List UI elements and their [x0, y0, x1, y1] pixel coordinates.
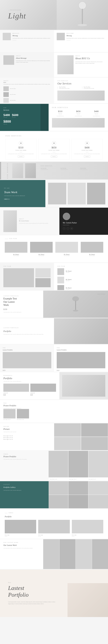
- team-member-4-name: Mr. [Name]: [81, 254, 104, 255]
- three-portfolio-desc: Lorem ipsum dolor sit amet, consectetur …: [3, 458, 45, 460]
- square-img-1: [54, 423, 81, 437]
- team-work-text: Lorem ipsum dolor sit amet, consectetur …: [4, 195, 41, 196]
- slide-two-picture-portfolio: Two Picture Portfolio Lorem ipsum dolor …: [0, 400, 108, 423]
- portfolio-desc: Lorem ipsum dolor sit amet, consectetur …: [3, 312, 40, 313]
- about-small-text-1: Your Text Here: [10, 88, 16, 90]
- three-portfolio-heading: Picture Portfolio: [3, 456, 45, 458]
- team-member-2: Mr. [Name] Your Text Here: [30, 242, 53, 256]
- about-us-heading: About BOU Us: [75, 57, 105, 60]
- square-item-3-label: Decor Light / 30 x 50: [3, 439, 51, 440]
- wonderful-item-1-price: $438: [3, 394, 29, 396]
- three-items-line: [5, 513, 7, 513]
- svc-line-1: [59, 115, 61, 115]
- team-dot-3: [7, 199, 8, 200]
- message-image: [3, 33, 11, 40]
- price-800: $800: [3, 119, 45, 124]
- about-us-label: About: [75, 55, 105, 56]
- service-2-name: Your Text Here: [84, 86, 105, 88]
- slide-profile: About Mr. Genick Parker Lorem ipsum dolo…: [0, 208, 108, 235]
- banner-svc-3-desc: Lorem ipsum dolor sit: [80, 169, 99, 170]
- cover-label: — Presentation: [8, 10, 26, 11]
- gallery-label: Lastest: [3, 484, 45, 485]
- portfolio-col-2-heading: Lastest Portfolio: [57, 349, 105, 351]
- social-fb-icon[interactable]: f: [63, 227, 65, 230]
- about-text: Lorem ipsum dolor sit amet, consectetur …: [3, 84, 51, 85]
- team-member-2-photo: [30, 242, 53, 253]
- latest-work-img-2: [59, 539, 76, 569]
- lastest-img-right: [54, 318, 108, 344]
- price-800-label: Your Text: [3, 124, 45, 125]
- svc-name-3: Your Text: [88, 113, 105, 114]
- svc-desc-2: Lorem ipsum dolor sit: [70, 116, 87, 116]
- square-label: Square: [3, 426, 51, 427]
- price-400: $400: [3, 113, 10, 117]
- latest-work-img-4: [92, 539, 108, 569]
- gallery-img-3: [88, 481, 108, 494]
- message-divider: [12, 40, 16, 40]
- square-sub: Lorem ipsum dolor sit amet consectetur: [3, 431, 51, 432]
- slide-square-picture: Square Picture Lorem ipsum dolor sit ame…: [0, 423, 108, 450]
- portfolio-col-1-price: $259: [3, 370, 51, 371]
- three-item-1-img: [5, 520, 36, 534]
- slide-team-work: We Are Team Work Lorem ipsum dolor sit a…: [0, 180, 108, 207]
- slide-gallery: Lastest Portfolio Gallery Lorem ipsum do…: [0, 481, 108, 508]
- slide-final-portfolio: Our LastestPortfolio Lorem ipsum dolor s…: [0, 570, 108, 617]
- message-text: Lorem ipsum dolor sit amet, consectetur …: [12, 38, 50, 39]
- portfolio-col-1-heading: Lastest Portfolio: [3, 349, 51, 351]
- gallery-img-6: [88, 495, 108, 508]
- two-pic-desc: Lorem ipsum dolor sit amet, consectetur …: [3, 408, 51, 409]
- svc-price-3: $408: [88, 110, 105, 113]
- team-dot-4: [8, 199, 9, 200]
- portfolio-lamp-svg: [70, 296, 81, 312]
- service-1-name: Your Text Here: [59, 86, 80, 88]
- latest-work-text: Lorem ipsum dolor sit amet, consectetur …: [3, 548, 40, 549]
- square-item-2-label: Decor Light / 30 x 50: [3, 437, 51, 438]
- price-600: $600: [12, 113, 18, 117]
- service-card-2-btn[interactable]: Your Text: [51, 156, 57, 158]
- team2-r-role-1: Your Text: [66, 272, 72, 273]
- team2-r-photo-1: [57, 268, 64, 275]
- banner-svc-2-desc: Lorem ipsum dolor sit: [60, 169, 79, 170]
- three-item-2-name: Decor Light: [38, 534, 70, 536]
- team-member-row-2: Mr. [Name] Your Text: [57, 277, 105, 284]
- profile-title: Creative Director: [63, 224, 105, 226]
- about-msg-label: About: [16, 55, 51, 56]
- service-card-1: $310 Your Text Here Lorem ipsum dolor si…: [5, 139, 36, 160]
- our-team-2-right-label: Our Team: [57, 266, 105, 267]
- pricing-dark-accent: [41, 104, 49, 131]
- portfolio-col-2-price: $320: [57, 370, 105, 371]
- slide-banner: SIDE BARBLES OUR SERVICES Your Text Here…: [0, 162, 108, 180]
- message-heading: Messag: [12, 34, 50, 37]
- slide-wonderful-portfolio: Wonderful Portfolio Lorem ipsum dolor si…: [0, 372, 108, 399]
- svg-point-3: [72, 296, 79, 301]
- svg-rect-4: [75, 301, 76, 310]
- our-services-label: Our Services: [57, 80, 105, 82]
- final-bg-lamp: [67, 583, 108, 617]
- social-tw-icon[interactable]: t: [66, 227, 69, 230]
- social-in-icon[interactable]: in: [70, 227, 73, 230]
- three-item-3-label: 30 x 50: [72, 536, 103, 537]
- three-item-1-label: 30 x 50: [5, 536, 36, 537]
- welcome-text: Lorem ipsum dolor sit amet, consectetur …: [66, 38, 104, 39]
- service-card-1-btn[interactable]: Your Text: [18, 156, 24, 158]
- price-400-label: Your Text: [3, 117, 10, 118]
- service-card-3-btn[interactable]: Your Text: [84, 156, 90, 158]
- wonderful-item-2-price: $438: [30, 394, 56, 396]
- team-member-4: Mr. [Name] Your Text Here: [81, 242, 104, 256]
- team-work-heading: Team Work: [4, 190, 41, 194]
- svc-price-1: $310: [52, 110, 68, 113]
- team-member-row-1: Mr. [Name] Your Text: [57, 268, 105, 275]
- about-small-text-3: Your Text Here: [10, 100, 16, 101]
- gallery-img-5: [68, 495, 88, 508]
- lastest-lamp-bg: [54, 318, 108, 344]
- team2-r-name-3: Mr. [Name]: [66, 287, 72, 288]
- square-img-2: [81, 423, 108, 437]
- team-member-2-name: Mr. [Name]: [30, 254, 53, 255]
- service-card-3-name: Your Text Here: [74, 150, 101, 151]
- team-photo-3: [87, 183, 105, 204]
- our-services-2-heading: OUR SERVICES: [52, 106, 105, 108]
- latest-work-img-3: [76, 539, 92, 569]
- team-member-1-name: Mr. [Name]: [5, 254, 27, 255]
- about-msg-heading: About Message: [16, 57, 51, 59]
- banner-our-services: OUR SERVICES: [41, 165, 99, 166]
